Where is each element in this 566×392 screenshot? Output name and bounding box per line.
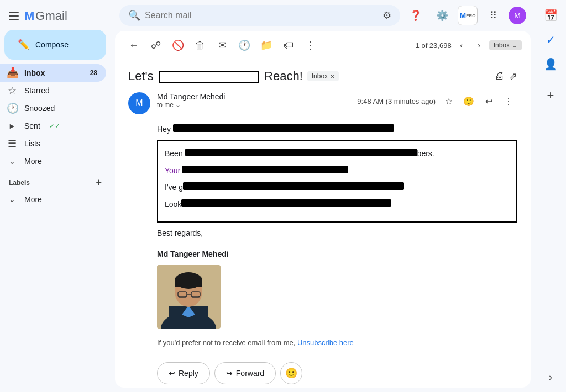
sidebar-item-lists[interactable]: ☰ Lists [0,135,106,152]
sidebar-item-sent[interactable]: ► Sent ✓✓ [0,117,106,135]
back-button[interactable]: ← [124,35,144,55]
inbox-tag: Inbox ✕ [307,71,339,81]
search-box[interactable]: 🔍 ⚙ [119,5,400,26]
print-button[interactable]: 🖨 [495,70,505,82]
add-label-icon[interactable]: + [96,177,102,188]
settings-icon[interactable]: ⚙️ [431,4,453,27]
reply-actions: ↩ Reply ↪ Forward 🙂 [157,362,517,388]
hamburger-menu[interactable] [9,12,19,20]
search-input[interactable] [145,10,378,20]
report-spam-button[interactable]: 🚫 [168,35,188,55]
more2-label: More [24,195,42,204]
email-toolbar: ← ☍ 🚫 🗑 ✉ 🕐 📁 🏷 ⋮ 1 of 23,698 ‹ › Inbox … [115,31,531,60]
compose-icon: ✏️ [18,39,30,51]
inbox-label: Inbox [24,68,45,77]
mark-unread-button[interactable]: ✉ [212,35,232,55]
sig-name: Md Tangeer Mehedi [157,248,517,260]
more1-label: More [24,157,42,166]
snoozed-icon: 🕐 [7,102,18,114]
right-expand-button[interactable]: › [549,372,552,383]
remove-tag-button[interactable]: ✕ [330,73,334,80]
sidebar-item-starred[interactable]: ☆ Starred [0,82,106,99]
emoji-react-button[interactable]: 🙂 [460,92,478,110]
starred-icon: ☆ [7,84,18,97]
sidebar-item-more1[interactable]: ⌄ More [0,152,106,170]
inbox-tag-label: Inbox [312,72,328,80]
to-me-text: to me [157,101,174,109]
user-avatar[interactable]: M [509,7,526,24]
body-regards: Best regards, [157,227,517,239]
unsubscribe-text: If you'd prefer not to receive email fro… [157,337,517,349]
view-selector[interactable]: Inbox ⌄ [489,40,522,50]
search-filter-icon[interactable]: ⚙ [382,9,391,22]
sidebar: M Gmail ✏️ Compose ← 📥 Inbox 28 ☆ Starre… [0,0,111,392]
main-area: 🔍 ⚙ ❓ ⚙️ MPRO ⠿ M ← ☍ 🚫 🗑 ✉ 🕐 📁 🏷 ⋮ 1 of… [111,0,535,392]
sender-info: Md Tangeer Mehedi to me ⌄ [157,92,350,109]
sidebar-item-inbox[interactable]: ← 📥 Inbox 28 [0,64,106,82]
right-calendar-icon[interactable]: 📅 [539,4,562,27]
more-toolbar-button[interactable]: ⋮ [301,35,321,55]
right-contacts-icon[interactable]: 👤 [539,53,562,75]
archive-button[interactable]: ☍ [146,35,166,55]
open-external-button[interactable]: ⇗ [509,70,517,82]
select-indicator-label: Inbox [494,41,510,49]
sent-label: Sent [24,121,40,130]
delete-button[interactable]: 🗑 [190,35,210,55]
subject-start: Let's [128,69,154,83]
snooze-button[interactable]: 🕐 [234,35,254,55]
right-sidebar: 📅 ✓ 👤 + › [535,0,566,392]
snoozed-label: Snoozed [24,104,55,113]
lists-label: Lists [24,139,40,148]
email-subject: Let's Reach! [128,69,303,83]
right-add-button[interactable]: + [539,84,562,107]
forward-label: Forward [236,369,264,378]
forward-icon: ↪ [226,369,233,378]
right-tasks-icon[interactable]: ✓ [539,29,562,51]
pagination-text: 1 of 23,698 [416,41,452,50]
email-meta: 9:48 AM (3 minutes ago) ☆ 🙂 ↩ ⋮ [357,92,517,110]
logo-gmail-text: Gmail [35,9,67,23]
email-body: Hey Been bers. Your I've g Look Best reg… [157,123,517,388]
gmail-pro-icon[interactable]: MPRO [458,6,478,25]
sender-avatar: M [128,92,150,114]
inbox-icon: 📥 [7,67,18,79]
move-to-button[interactable]: 📁 [256,35,276,55]
emoji-button[interactable]: 🙂 [280,362,302,384]
more-email-button[interactable]: ⋮ [500,92,517,110]
lists-icon: ☰ [7,137,18,150]
sender-signature: Md Tangeer Mehedi [157,248,517,328]
reply-button[interactable]: ↩ Reply [157,362,210,384]
sent-check: ✓✓ [49,122,60,130]
svg-rect-6 [175,280,202,287]
more2-icon: ⌄ [7,195,18,204]
next-email-button[interactable]: › [471,38,487,53]
sent-icon: ► [7,121,18,130]
prev-email-button[interactable]: ‹ [454,38,469,53]
email-view: ← ☍ 🚫 🗑 ✉ 🕐 📁 🏷 ⋮ 1 of 23,698 ‹ › Inbox … [115,31,531,388]
unsubscribe-prefix: If you'd prefer not to receive email fro… [157,338,295,347]
labels-button[interactable]: 🏷 [279,35,298,55]
redacted-2 [185,149,417,156]
unsubscribe-link[interactable]: Unsubscribe here [297,338,354,347]
starred-label: Starred [24,86,50,95]
email-time: 9:48 AM (3 minutes ago) [357,97,436,105]
sender-photo [157,265,221,329]
subject-end: Reach! [264,69,303,83]
compose-button[interactable]: ✏️ Compose [4,30,106,60]
gmail-logo: M Gmail [24,9,67,23]
topbar: 🔍 ⚙ ❓ ⚙️ MPRO ⠿ M [111,0,535,31]
help-icon[interactable]: ❓ [405,4,427,27]
star-email-button[interactable]: ☆ [440,92,458,110]
body-line-4: I've g [165,181,510,193]
apps-icon[interactable]: ⠿ [482,4,504,27]
redacted-content-block: Been bers. Your I've g Look [157,140,517,223]
body-line-2: Been bers. [165,147,510,160]
reply-email-button[interactable]: ↩ [480,92,497,110]
labels-section: Labels + [0,170,111,190]
subject-redacted [159,71,259,83]
redacted-4 [183,182,404,190]
to-me[interactable]: to me ⌄ [157,101,350,109]
forward-button[interactable]: ↪ Forward [214,362,276,384]
sidebar-item-more2[interactable]: ⌄ More [0,190,106,208]
sidebar-item-snoozed[interactable]: 🕐 Snoozed [0,99,106,117]
